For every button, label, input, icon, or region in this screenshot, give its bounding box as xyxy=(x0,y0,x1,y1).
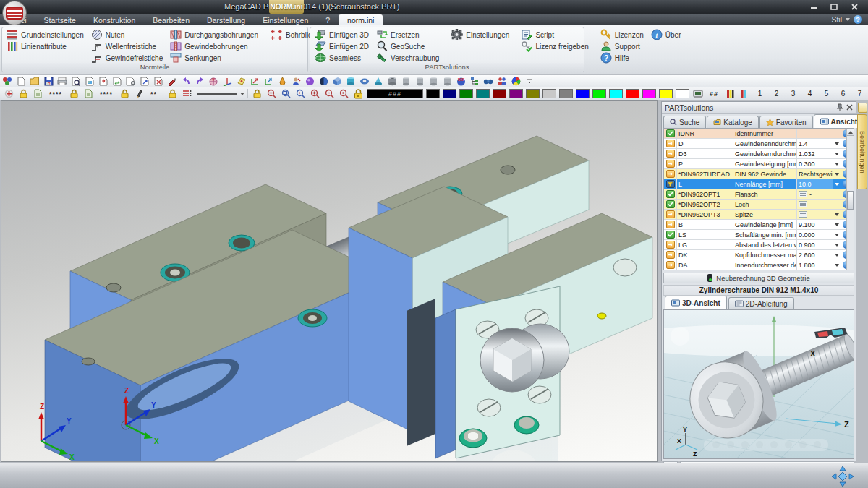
color-swatch-teal[interactable] xyxy=(476,89,490,98)
dropdown-icon[interactable] xyxy=(835,183,839,186)
layer-button-5[interactable]: 5 xyxy=(820,89,833,99)
ribbon-item-nuten[interactable]: Nuten xyxy=(90,29,164,40)
screen-color-icon[interactable] xyxy=(692,88,704,99)
dropdown-icon[interactable] xyxy=(835,163,839,166)
menu-tab-darstellung[interactable]: Darstellung xyxy=(198,14,254,25)
lock-layer-1-icon[interactable] xyxy=(17,88,29,99)
pin-icon[interactable] xyxy=(836,103,843,112)
layer-doc-2-icon[interactable] xyxy=(82,88,94,99)
table-row-idnr[interactable]: IDNR Identnummer i xyxy=(664,129,854,139)
scroll-thumb[interactable] xyxy=(847,191,854,210)
pan-navigation-icon[interactable] xyxy=(830,466,855,488)
3d-preview[interactable]: X Z Y X Z xyxy=(663,309,854,459)
ribbon-item-einfuegen-3d[interactable]: Einfügen 3D xyxy=(313,29,370,40)
ribbon-item-senkungen[interactable]: Senkungen xyxy=(169,52,260,64)
dropdown-icon[interactable] xyxy=(835,213,839,216)
viewport-3d[interactable]: Z Y X Z Y X xyxy=(1,100,658,462)
color-wheel-icon[interactable] xyxy=(510,76,522,87)
solid-box-icon[interactable] xyxy=(331,76,343,87)
cylinder-gray-4-icon[interactable] xyxy=(441,76,453,87)
redline-pen-icon[interactable] xyxy=(166,76,178,87)
document-tab-normini[interactable]: NORM.ini xyxy=(269,0,304,14)
tab-favoriten[interactable]: Favoriten xyxy=(760,116,813,128)
param-value-option[interactable]: - xyxy=(797,189,833,199)
zoom-window-icon[interactable] xyxy=(280,88,292,99)
drop-point-icon[interactable] xyxy=(276,76,288,87)
panel-close-icon[interactable] xyxy=(846,103,853,112)
zoom-previous-icon[interactable] xyxy=(294,88,306,99)
dropdown-icon[interactable] xyxy=(835,142,839,145)
param-value[interactable]: 2.600 xyxy=(797,250,833,260)
color-swatch-black[interactable] xyxy=(426,89,440,98)
ribbon-item-lizenzen[interactable]: Lizenzen xyxy=(599,29,645,40)
zoom-all-icon[interactable] xyxy=(338,88,349,99)
param-value[interactable]: 1.032 xyxy=(797,149,833,158)
ribbon-item-ueber[interactable]: i Über xyxy=(650,29,683,40)
color-swatch-navy[interactable] xyxy=(443,89,456,98)
param-value[interactable]: 0.000 xyxy=(797,230,833,239)
lock-zoom-icon[interactable] xyxy=(251,88,263,99)
chevron-down-icon[interactable] xyxy=(846,18,850,21)
line-style-preview[interactable] xyxy=(195,90,244,98)
param-value-option[interactable]: - xyxy=(797,200,833,209)
pen-icon[interactable] xyxy=(133,88,145,99)
print-preview-icon[interactable] xyxy=(70,76,82,87)
open-folder-icon[interactable] xyxy=(29,76,41,87)
ribbon-item-gewindebohrungen[interactable]: Gewindebohrungen xyxy=(169,40,260,52)
color-swatch-yellow[interactable] xyxy=(659,89,673,98)
ribbon-item-seamless[interactable]: Seamless xyxy=(313,52,370,64)
param-value[interactable]: 1.800 xyxy=(797,260,833,270)
param-value[interactable]: 0.300 xyxy=(797,159,833,168)
menu-tab-startseite[interactable]: Startseite xyxy=(35,14,85,25)
color-swatch-cyan[interactable] xyxy=(609,89,623,98)
color-swatch-lightgray[interactable] xyxy=(542,89,556,98)
new-file-icon[interactable] xyxy=(15,76,27,87)
line-width-icon[interactable] xyxy=(739,88,750,99)
tree-view-icon[interactable] xyxy=(469,76,480,87)
zoom-out-icon[interactable] xyxy=(265,88,277,99)
tab-suche[interactable]: Suche xyxy=(663,116,706,128)
ribbon-item-ersetzen[interactable]: Ersetzen xyxy=(375,29,441,40)
solid-cylinder-icon[interactable] xyxy=(345,76,357,87)
tab-kataloge[interactable]: Kataloge xyxy=(707,116,758,128)
layer-button-4[interactable]: 4 xyxy=(803,89,817,99)
param-value[interactable]: 0.900 xyxy=(797,240,833,249)
dxf-globe-icon[interactable]: DXF xyxy=(455,76,467,87)
file-settings-icon[interactable] xyxy=(125,76,137,87)
color-swatch-red[interactable] xyxy=(626,89,639,98)
options-icon[interactable] xyxy=(1,76,13,87)
ribbon-item-durchgangsbohrungen[interactable]: Durchgangsbohrungen xyxy=(169,29,260,40)
maximize-button[interactable] xyxy=(825,1,843,12)
measure-user-icon[interactable] xyxy=(290,76,302,87)
ribbon-item-lizenz-freigeben[interactable]: Lizenz freigeben xyxy=(519,40,590,52)
table-row-da[interactable]: DA Innendurchmesser der ... 1.800 i xyxy=(664,260,854,270)
active-color-swatch[interactable]: ### xyxy=(367,89,423,98)
tab-ansicht[interactable]: Ansicht xyxy=(814,114,864,128)
ribbon-item-script[interactable]: Script xyxy=(519,29,590,40)
menu-tab-konstruktion[interactable]: Konstruktion xyxy=(85,14,144,25)
preview-toolbar-overlay[interactable] xyxy=(704,439,828,451)
zoom-minus-icon[interactable] xyxy=(323,88,335,99)
param-value[interactable]: 10.0 xyxy=(797,179,833,189)
color-swatch-magenta[interactable] xyxy=(642,89,656,98)
table-row-din962opt1[interactable]: *DIN962OPT1 Flansch - i xyxy=(664,189,854,200)
style-label[interactable]: Stil xyxy=(831,15,842,24)
dropdown-icon[interactable] xyxy=(835,264,839,267)
lock-pen-icon[interactable] xyxy=(119,88,130,99)
cylinder-gray-1-icon[interactable] xyxy=(400,76,412,87)
export-image-icon[interactable] xyxy=(84,76,95,87)
color-swatch-white[interactable] xyxy=(676,89,689,98)
menu-tab-bearbeiten[interactable]: Bearbeiten xyxy=(144,14,198,25)
solid-cone-icon[interactable] xyxy=(373,76,384,87)
table-row-din962thread[interactable]: *DIN962THREAD DIN 962 Gewinde Rechtsgewi… xyxy=(664,169,854,179)
layer-button-6[interactable]: 6 xyxy=(836,89,850,99)
solid-tube-icon[interactable] xyxy=(386,76,398,87)
ribbon-item-einstellungen[interactable]: Einstellungen xyxy=(449,29,511,40)
param-value[interactable]: 9.100 xyxy=(797,220,833,229)
ribbon-item-grundeinstellungen[interactable]: Grundeinstellungen xyxy=(5,29,85,40)
lock-color-icon[interactable] xyxy=(352,88,364,99)
ribbon-item-geosuche[interactable]: GeoSuche xyxy=(375,40,441,52)
layer-doc-1-icon[interactable] xyxy=(32,88,43,99)
table-row-din962opt2[interactable]: *DIN962OPT2 Loch - i xyxy=(664,200,854,210)
param-value[interactable]: 1.4 xyxy=(797,139,833,148)
